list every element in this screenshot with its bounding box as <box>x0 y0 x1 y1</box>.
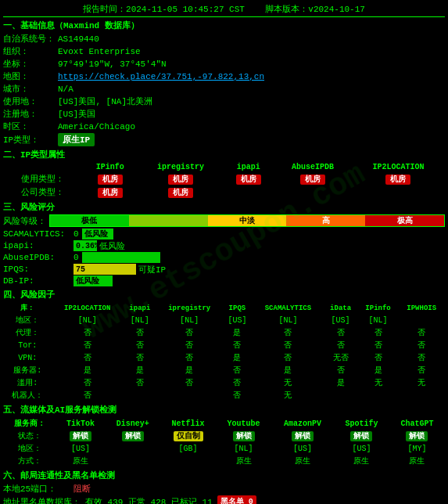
rf-server-row: 服务器: 是 是 是 否 是 否 是 否 <box>3 364 445 376</box>
rf-vpn-ipreg: 否 <box>157 351 222 364</box>
abuseipdb-label: AbuseIPDB: <box>3 253 73 262</box>
media-region-tiktok: [US] <box>56 442 105 455</box>
rf-abuse-row: 滥用: 否 否 否 否 无 是 无 无 <box>3 376 445 389</box>
rf-proxy-ipinfo: 否 <box>358 326 399 339</box>
use-type-abuseipdb: 机房 <box>274 172 352 185</box>
rf-abuse-scama: 无 <box>253 376 323 389</box>
rf-tor-row: Tor: 否 否 否 否 否 否 否 否 <box>3 339 445 351</box>
risk-bar-container: 风险等级： 极低 中淡 高 极高 <box>3 214 445 227</box>
row-coords: 坐标： 97°49'19"W, 37°45'4"N <box>3 58 445 70</box>
dbip-label: DB-IP: <box>3 276 73 286</box>
media-status-netflix: 仅自制 <box>160 430 216 442</box>
media-col-chatgpt: ChatGPT <box>389 417 445 430</box>
risk-factors-table: 库： IP2LOCATION ipapi ipregistry IPQS SCA… <box>3 302 445 401</box>
col-ipapi: ipapi <box>224 162 274 172</box>
dbip-row: DB-IP: 低风险 <box>3 275 445 286</box>
rf-col-ipinfo: IPinfo <box>358 302 399 314</box>
rf-vpn-scama: 否 <box>253 351 323 364</box>
company-type-ipapi <box>224 185 274 199</box>
blacklist-badge: 黑名单 0 <box>217 495 256 504</box>
section4-title: 四、风险因子 <box>3 289 445 301</box>
rf-tor-scama: 否 <box>253 339 323 351</box>
rf-bot-row: 机器人： 否 否 无 <box>3 389 445 401</box>
rf-col-ipreg: ipregistry <box>157 302 222 314</box>
media-method-netflix <box>160 455 216 467</box>
rf-vpn-label: VPN: <box>3 351 52 364</box>
rf-proxy-ipqs: 是 <box>221 326 253 339</box>
rf-server-ip2loc: 是 <box>52 364 123 376</box>
report-time-label: 报告时间： <box>83 5 126 14</box>
col-ipinfo: IPinfo <box>82 162 138 172</box>
media-region-amazon: [US] <box>271 442 334 455</box>
rf-region-ipinfo: [NL] <box>358 314 399 326</box>
rf-region-ip2loc: [NL] <box>52 314 123 326</box>
rf-abuse-idata: 是 <box>324 376 358 389</box>
row-use-location: 使用地： [US]美国, [NA]北美洲 <box>3 95 445 107</box>
script-version: v2024-10-17 <box>308 5 365 14</box>
use-type-ipregistry: 机房 <box>138 172 223 185</box>
rf-abuse-ipqs: 否 <box>221 376 253 389</box>
company-type-ip2location <box>352 185 445 199</box>
media-method-tiktok: 原生 <box>56 455 105 467</box>
rf-region-ipwhois <box>398 314 445 326</box>
rf-proxy-label: 代理： <box>3 326 52 339</box>
rf-region-idata: [US] <box>324 314 358 326</box>
label-reg-location: 注册地： <box>3 108 58 120</box>
ipqs-bar-wrap: 75 可疑IP <box>73 264 445 275</box>
abuseipdb-bar-wrap <box>82 252 445 263</box>
rf-tor-ipreg: 否 <box>157 339 222 351</box>
rf-abuse-ipreg: 否 <box>157 376 222 389</box>
row-reg-location: 注册地： [US]美国 <box>3 108 445 120</box>
risk-seg-low2 <box>129 215 208 226</box>
rf-abuse-ipinfo: 无 <box>358 376 399 389</box>
rf-proxy-ipapi: 否 <box>123 326 157 339</box>
rf-bot-ipqs: 否 <box>221 389 253 401</box>
dbip-bar: 低风险 <box>73 275 113 286</box>
rf-tor-idata: 否 <box>324 339 358 351</box>
dbip-bar-wrap: 低风险 <box>73 275 445 286</box>
risk-bar: 极低 中淡 高 极高 <box>49 214 445 227</box>
media-method-row: 方式： 原生 原生 原生 原生 原生 <box>3 455 445 467</box>
use-type-ip2location: 机房 <box>352 172 445 185</box>
blacklist-label: 地址黑名单数据库： <box>3 496 81 505</box>
badge-ip-type: 原生IP <box>58 133 95 146</box>
rf-region-label: 地区： <box>3 314 52 326</box>
media-method-spotify: 原生 <box>334 455 389 467</box>
rf-bot-ipinfo <box>358 389 399 401</box>
ipapi-label: ipapi: <box>3 241 73 250</box>
rf-col-ipwhois: IPWHOIS <box>398 302 445 314</box>
rf-col-ipqs: IPQS <box>221 302 253 314</box>
rf-bot-idata <box>324 389 358 401</box>
value-map[interactable]: https://check.place/37.751,-97.822,13,cn <box>58 72 264 81</box>
ip-type-table: IPinfo ipregistry ipapi AbuseIPDB IP2LOC… <box>3 162 445 199</box>
section1-title: 一、基础信息（Maxmind 数据库） <box>3 20 445 31</box>
media-region-spotify: [US] <box>334 442 389 455</box>
col-ip2location: IP2LOCATION <box>352 162 445 172</box>
rf-bot-ipapi <box>123 389 157 401</box>
rf-vpn-ipqs: 是 <box>221 351 253 364</box>
media-status-spotify: 解锁 <box>334 430 389 442</box>
rf-vpn-idata: 无否 <box>324 351 358 364</box>
rf-server-ipqs: 否 <box>221 364 253 376</box>
label-coords: 坐标： <box>3 58 58 70</box>
risk-seg-vhigh: 极高 <box>365 215 444 226</box>
script-version-label: 脚本版本： <box>265 5 308 14</box>
rf-col-label: 库： <box>3 302 52 314</box>
ipqs-suffix: 可疑IP <box>138 264 166 275</box>
scamalytics-row: SCAMALYTICS: 0 低风险 <box>3 229 445 239</box>
media-status-tiktok: 解锁 <box>56 430 105 442</box>
media-method-disney <box>105 455 160 467</box>
row-asn: 自治系统号： AS149440 <box>3 33 445 45</box>
value-org: Evoxt Enterprise <box>58 47 141 56</box>
media-col-label: 服务商： <box>3 417 56 430</box>
rf-server-ipwhois: 否 <box>398 364 445 376</box>
rf-region-row: 地区： [NL] [NL] [NL] [US] [NL] [US] [NL] <box>3 314 445 326</box>
rf-tor-ipapi: 否 <box>123 339 157 351</box>
blacklist-row: 地址黑名单数据库： 有效 439 正常 428 已标记 11 黑名单 0 <box>3 495 445 504</box>
rf-server-idata: 否 <box>324 364 358 376</box>
risk-level-label: 风险等级： <box>3 215 46 227</box>
media-status-row: 状态： 解锁 解锁 仅自制 解锁 解锁 解锁 解锁 <box>3 430 445 442</box>
rf-col-ip2loc: IP2LOCATION <box>52 302 123 314</box>
row-ip-type: IP类型： 原生IP <box>3 133 445 146</box>
scamalytics-prefix: 0 <box>73 229 79 239</box>
